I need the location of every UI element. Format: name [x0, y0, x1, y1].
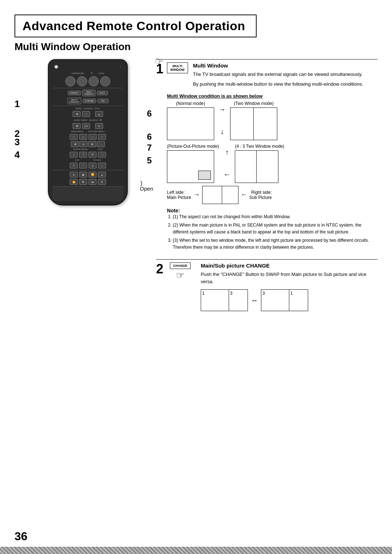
- btn-dvd[interactable]: ⊕: [89, 152, 97, 158]
- section2-number: 2: [156, 262, 163, 276]
- section1-content: MULTI WINDOW Multi Window The TV broadca…: [167, 62, 377, 253]
- btn-audio[interactable]: ◀: [73, 123, 81, 129]
- main-title-box: Advanced Remote Control Operation: [15, 15, 257, 37]
- remote-surround-row: SURROUND ✕ TV/AV: [53, 72, 123, 75]
- btn-self-aspect[interactable]: SELFASPECT: [82, 90, 95, 96]
- btn-strobe[interactable]: STROBE: [83, 99, 96, 103]
- btn-sound-menu[interactable]: □: [70, 152, 78, 158]
- transport-row1: ⏸ ⏹ ⏩ ▲: [53, 172, 123, 178]
- btn-ch-down[interactable]: ▼: [98, 179, 106, 185]
- audioswap-label: AUDIO SWAP: [74, 119, 87, 121]
- change-btn-label[interactable]: CHANGE: [170, 262, 191, 269]
- btn-minus[interactable]: −: [97, 141, 105, 147]
- remote-control: ○ SURROUND ✕ TV/AV: [48, 59, 128, 205]
- label-num-4: 4: [15, 150, 20, 159]
- arrow-right-top: →: [219, 105, 226, 114]
- swap-left-main: 1: [201, 290, 229, 311]
- btn-ff[interactable]: ⏩: [89, 172, 97, 178]
- label-num-3: 3: [15, 137, 20, 147]
- change-label-remote: CHANGE: [83, 107, 93, 110]
- btn-round-4[interactable]: [100, 76, 110, 86]
- transport-row2: ⏪ ▶ ⏭ ▼: [53, 179, 123, 185]
- side-label-row: Left side: Main Picture → ← Right side:: [167, 186, 377, 204]
- btn-dvd2[interactable]: □: [98, 152, 106, 158]
- remote-bottom-area: [52, 187, 123, 201]
- btn-arrow-left[interactable]: ◀: [71, 141, 79, 147]
- change-btn-area: CHANGE ☞: [170, 262, 191, 281]
- btn-multi-window[interactable]: MULTIWINDOW: [68, 98, 81, 104]
- btn-n[interactable]: N: [79, 141, 87, 147]
- picturemenu-label: PICTURE MENU: [88, 130, 105, 133]
- btn-pip[interactable]: PIP: [98, 99, 109, 103]
- btn-plus[interactable]: +: [98, 134, 106, 140]
- plus-icon: ⊕: [99, 118, 102, 122]
- right-side-label: Right side:: [249, 190, 272, 195]
- still-label: STILL: [94, 107, 100, 110]
- btn-ch[interactable]: CH: [82, 123, 90, 129]
- btn-pause[interactable]: ⏸: [70, 172, 78, 178]
- aspect-row: ASPECT SELFASPECT STILL: [53, 90, 123, 96]
- tvvcr-label: TV/VCR: [93, 159, 101, 161]
- swap-right-sub: 1: [289, 290, 308, 311]
- note-item-3: (3) When the set to two window mode, the…: [173, 237, 377, 251]
- two-window-right: [254, 108, 277, 140]
- btn-aspect[interactable]: ASPECT: [68, 91, 81, 95]
- mode-label: MODE: [75, 107, 82, 110]
- btn-vcr[interactable]: ⊙: [70, 163, 78, 168]
- arrows-col: → ↓: [219, 105, 226, 136]
- audio-btns-row: ◀ CH ▼: [53, 123, 123, 129]
- four-three-left: [235, 151, 257, 183]
- btn-still[interactable]: STILL: [97, 91, 108, 95]
- btn-up[interactable]: ▲: [95, 111, 103, 117]
- mute-icon: ✕: [90, 72, 93, 75]
- note-section: Note: (1) The aspect can not be changed …: [167, 208, 377, 251]
- right-column: 1 MULTI WINDOW Multi Window The TV broad…: [145, 59, 377, 318]
- diagram-title: Multi Window condition is as shown below: [167, 93, 377, 99]
- audio-row: AUDIO SWAP SEARCH ⊕: [53, 118, 123, 122]
- btn-ch-up[interactable]: ▲: [98, 172, 106, 178]
- multiwindow-row: MULTIWINDOW STROBE PIP: [53, 98, 123, 104]
- btn-stop[interactable]: ⏹: [79, 172, 87, 178]
- btn-play[interactable]: ▶: [79, 179, 87, 185]
- btn-rec[interactable]: ●: [89, 163, 97, 168]
- swap-arrow: ↔: [251, 296, 258, 305]
- btn-round-1[interactable]: [65, 76, 75, 86]
- arrow-right-main: →: [193, 191, 200, 199]
- btn-arrow-right[interactable]: ▶: [88, 141, 96, 147]
- note-item-1: (1) The aspect can not be changed from w…: [173, 213, 377, 220]
- four-three-right: [257, 151, 278, 183]
- dvd-label: DVD: [98, 148, 103, 150]
- btn-main-menu[interactable]: □: [70, 134, 78, 140]
- btn-ffw[interactable]: ⏭: [89, 179, 97, 185]
- vcr-label-row: VCR TV/VCR: [53, 159, 123, 161]
- soundmenu-label: SOUND MENU: [73, 148, 88, 150]
- section1-desc2: By pushing the multi-window button to vi…: [193, 81, 363, 88]
- multi-window-btn-icon: MULTI WINDOW: [167, 62, 188, 73]
- btn-round-3[interactable]: [89, 76, 99, 86]
- btn-down[interactable]: ▼: [95, 123, 103, 129]
- bottom-diagram-row: (Picture-Out-Picture mode) ↑ ←: [167, 144, 377, 183]
- btn-mode[interactable]: ◀: [73, 111, 81, 117]
- section1-desc1: The TV broadcast signals and the externa…: [193, 71, 363, 78]
- two-window-label: (Two Window mode): [230, 101, 277, 106]
- swap-left-sub: 3: [229, 290, 248, 311]
- open-label: Open: [140, 186, 153, 192]
- btn-change[interactable]: □: [82, 111, 90, 117]
- label-num-6b: 6: [147, 132, 152, 142]
- btn-down2[interactable]: ▽: [79, 152, 87, 158]
- pip-mode-label: (Picture-Out-Picture mode): [167, 144, 219, 149]
- label-num-1: 1: [15, 99, 20, 109]
- btn-round-2[interactable]: [77, 76, 87, 86]
- normal-mode-box: [167, 107, 214, 140]
- btn-vcr2[interactable]: □: [79, 163, 87, 168]
- sub-box: [222, 186, 238, 204]
- btn-triangle[interactable]: △: [79, 134, 87, 140]
- normal-mode-label: (Normal mode): [167, 101, 214, 106]
- section2-inner: 2 CHANGE ☞ Main/Sub picture CHANGE Push …: [156, 262, 377, 311]
- btn-picture-menu[interactable]: □: [89, 134, 97, 140]
- btn-tvvcr[interactable]: □: [98, 163, 106, 168]
- label-num-6a: 6: [147, 109, 152, 119]
- btn-rew[interactable]: ⏪: [70, 179, 78, 185]
- content-row: 1 2 3 4 6 6 7 5: [15, 59, 377, 318]
- pip-small-box: [198, 171, 211, 180]
